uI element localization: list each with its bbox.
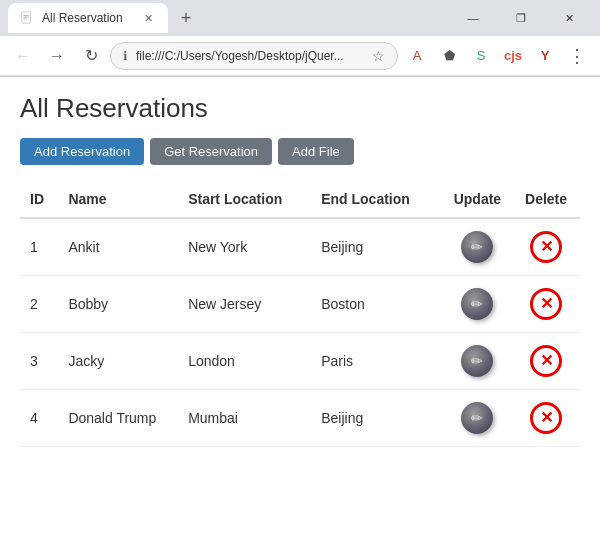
cell-start: New York — [178, 218, 311, 276]
active-tab[interactable]: All Reservation ✕ — [8, 3, 168, 33]
cell-end: Beijing — [311, 218, 443, 276]
cell-update[interactable] — [443, 333, 512, 390]
toolbar-icons: A ⬟ S cjs Y ⋮ — [402, 41, 592, 71]
cell-update[interactable] — [443, 390, 512, 447]
cell-id: 1 — [20, 218, 58, 276]
browser-chrome: All Reservation ✕ + — ❐ ✕ ← → ↻ ℹ file:/… — [0, 0, 600, 77]
menu-button[interactable]: ⋮ — [562, 41, 592, 71]
tab-bar: All Reservation ✕ + — ❐ ✕ — [0, 0, 600, 36]
address-bar[interactable]: ℹ file:///C:/Users/Yogesh/Desktop/jQuer.… — [110, 42, 398, 70]
cell-start: New Jersey — [178, 276, 311, 333]
ext5-icon[interactable]: Y — [530, 41, 560, 71]
forward-button[interactable]: → — [42, 41, 72, 71]
add-file-button[interactable]: Add File — [278, 138, 354, 165]
cell-delete[interactable] — [512, 390, 580, 447]
cell-name: Jacky — [58, 333, 178, 390]
table-header-row: ID Name Start Location End Location Upda… — [20, 181, 580, 218]
restore-button[interactable]: ❐ — [498, 0, 544, 36]
header-name: Name — [58, 181, 178, 218]
delete-button[interactable] — [528, 343, 564, 379]
cell-id: 2 — [20, 276, 58, 333]
cell-end: Beijing — [311, 390, 443, 447]
cell-id: 4 — [20, 390, 58, 447]
cell-end: Paris — [311, 333, 443, 390]
info-icon: ℹ — [123, 49, 128, 63]
reload-button[interactable]: ↻ — [76, 41, 106, 71]
cell-delete[interactable] — [512, 333, 580, 390]
get-reservation-button[interactable]: Get Reservation — [150, 138, 272, 165]
ext2-icon[interactable]: ⬟ — [434, 41, 464, 71]
new-tab-button[interactable]: + — [172, 4, 200, 32]
update-button[interactable] — [459, 286, 495, 322]
extensions-icon[interactable]: A — [402, 41, 432, 71]
window-controls: — ❐ ✕ — [450, 0, 592, 36]
cell-start: London — [178, 333, 311, 390]
update-button[interactable] — [459, 400, 495, 436]
address-icons: ☆ — [372, 48, 385, 64]
cell-name: Ankit — [58, 218, 178, 276]
cell-name: Bobby — [58, 276, 178, 333]
update-button[interactable] — [459, 229, 495, 265]
minimize-button[interactable]: — — [450, 0, 496, 36]
header-start-location: Start Location — [178, 181, 311, 218]
close-button[interactable]: ✕ — [546, 0, 592, 36]
table-row: 1 Ankit New York Beijing — [20, 218, 580, 276]
cell-start: Mumbai — [178, 390, 311, 447]
action-buttons: Add Reservation Get Reservation Add File — [20, 138, 580, 165]
star-icon[interactable]: ☆ — [372, 48, 385, 64]
tab-label: All Reservation — [42, 11, 123, 25]
page-content: All Reservations Add Reservation Get Res… — [0, 77, 600, 549]
page-title: All Reservations — [20, 93, 580, 124]
delete-button[interactable] — [528, 400, 564, 436]
ext3-icon[interactable]: S — [466, 41, 496, 71]
update-button[interactable] — [459, 343, 495, 379]
header-update: Update — [443, 181, 512, 218]
table-row: 2 Bobby New Jersey Boston — [20, 276, 580, 333]
back-button[interactable]: ← — [8, 41, 38, 71]
table-row: 3 Jacky London Paris — [20, 333, 580, 390]
table-row: 4 Donald Trump Mumbai Beijing — [20, 390, 580, 447]
header-id: ID — [20, 181, 58, 218]
cell-delete[interactable] — [512, 218, 580, 276]
cell-delete[interactable] — [512, 276, 580, 333]
page-icon — [20, 11, 34, 25]
address-text: file:///C:/Users/Yogesh/Desktop/jQuer... — [136, 49, 364, 63]
tab-close-button[interactable]: ✕ — [140, 10, 156, 26]
add-reservation-button[interactable]: Add Reservation — [20, 138, 144, 165]
header-end-location: End Location — [311, 181, 443, 218]
reservations-table: ID Name Start Location End Location Upda… — [20, 181, 580, 447]
cell-name: Donald Trump — [58, 390, 178, 447]
cell-update[interactable] — [443, 276, 512, 333]
cell-update[interactable] — [443, 218, 512, 276]
cell-end: Boston — [311, 276, 443, 333]
nav-bar: ← → ↻ ℹ file:///C:/Users/Yogesh/Desktop/… — [0, 36, 600, 76]
cell-id: 3 — [20, 333, 58, 390]
header-delete: Delete — [512, 181, 580, 218]
ext4-icon[interactable]: cjs — [498, 41, 528, 71]
delete-button[interactable] — [528, 286, 564, 322]
delete-button[interactable] — [528, 229, 564, 265]
